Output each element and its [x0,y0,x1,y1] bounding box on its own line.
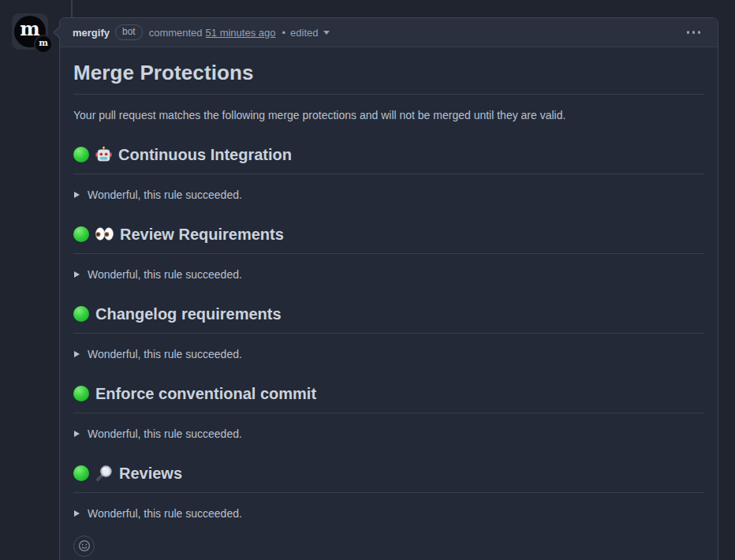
comment-card: mergify bot commented 51 minutes ago • e… [59,17,718,560]
rule-summary[interactable]: Wonderful, this rule succeeded. [73,267,704,283]
rule-heading-review-requirements: Review Requirements [73,222,704,254]
rule-heading-changelog-requirements: Changelog requirements [73,302,704,334]
kebab-horizontal-icon [687,31,690,34]
rule-summary-text: Wonderful, this rule succeeded. [88,426,242,442]
robot-emoji-icon [95,146,112,162]
rule-heading-label: Review Requirements [120,222,284,246]
rule-details[interactable]: Wonderful, this rule succeeded. [73,426,704,442]
comment-header: mergify bot commented 51 minutes ago • e… [60,18,718,47]
rule-summary[interactable]: Wonderful, this rule succeeded. [73,187,704,203]
bot-badge: bot [115,24,143,39]
green-circle-emoji-icon [73,306,89,322]
magnifying-glass-emoji-icon [95,465,113,482]
green-circle-emoji-icon [73,386,89,401]
green-circle-emoji-icon [73,226,89,242]
commented-text: commented [149,27,203,39]
disclosure-triangle-icon [74,192,80,198]
timestamp-link[interactable]: 51 minutes ago [206,27,276,39]
rule-details[interactable]: Wonderful, this rule succeeded. [73,506,704,522]
rule-summary-text: Wonderful, this rule succeeded. [88,267,242,283]
smiley-icon [78,539,91,552]
comment-body: Merge Protections Your pull request matc… [60,47,718,560]
rule-heading-label: Continuous Integration [118,143,292,166]
rule-summary[interactable]: Wonderful, this rule succeeded. [73,346,704,363]
green-circle-emoji-icon [73,147,89,162]
rule-summary[interactable]: Wonderful, this rule succeeded. [73,506,704,522]
rule-heading-reviews: Reviews [73,461,704,493]
green-circle-emoji-icon [73,465,89,481]
add-reaction-button[interactable] [73,536,95,557]
chevron-down-icon [323,31,330,35]
disclosure-triangle-icon [74,510,80,517]
rule-summary[interactable]: Wonderful, this rule succeeded. [73,426,704,442]
edited-dropdown-button[interactable]: edited [290,27,330,39]
rule-heading-enforce-conventional-commit: Enforce conventional commit [73,382,704,413]
rule-heading-label: Changelog requirements [95,302,282,326]
page-title: Merge Protections [73,60,704,95]
eyes-emoji-icon [95,227,114,241]
edited-label: edited [290,27,318,39]
rule-summary-text: Wonderful, this rule succeeded. [88,346,242,363]
comment-options-button[interactable] [682,28,706,37]
rule-summary-text: Wonderful, this rule succeeded. [88,187,242,203]
rule-details[interactable]: Wonderful, this rule succeeded. [73,267,704,283]
rule-summary-text: Wonderful, this rule succeeded. [88,506,242,522]
author-link[interactable]: mergify [73,27,110,39]
intro-text: Your pull request matches the following … [73,107,704,124]
separator-dot: • [282,27,285,39]
rule-details[interactable]: Wonderful, this rule succeeded. [73,187,704,203]
rule-details[interactable]: Wonderful, this rule succeeded. [73,346,704,363]
rule-heading-continuous-integration: Continuous Integration [73,143,704,174]
rule-heading-label: Reviews [119,461,182,485]
disclosure-triangle-icon [74,351,80,357]
disclosure-triangle-icon [74,271,80,278]
rule-heading-label: Enforce conventional commit [95,382,316,405]
mergify-avatar[interactable]: m m [12,13,48,50]
disclosure-triangle-icon [74,431,80,437]
bot-avatar-badge-icon: m [34,35,53,54]
